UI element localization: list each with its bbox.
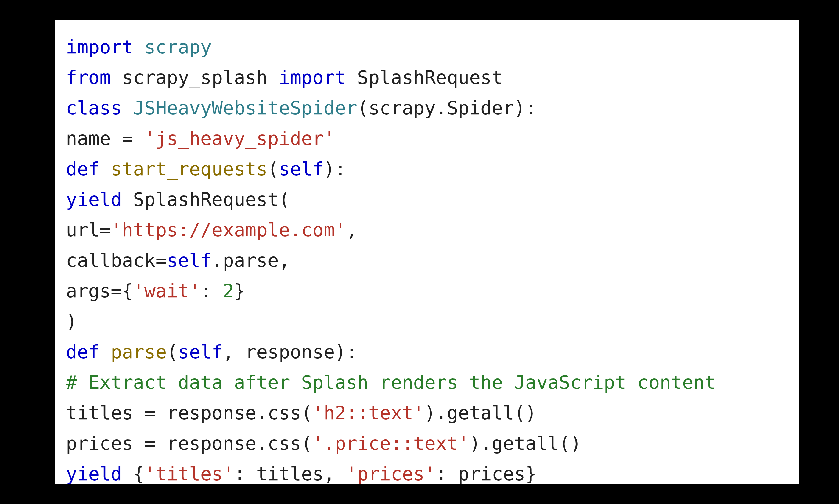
code-token-self: self	[167, 249, 212, 271]
code-line: name = 'js_heavy_spider'	[66, 127, 335, 149]
code-token-id: titles	[66, 402, 144, 424]
code-token-punct: .	[436, 97, 447, 119]
code-line: prices = response.css('.price::text').ge…	[66, 432, 581, 454]
code-token-punct: ):	[514, 97, 536, 119]
code-line: from scrapy_splash import SplashRequest	[66, 67, 503, 88]
code-token-fn: start_requests	[111, 158, 267, 180]
code-token-str: 'js_heavy_spider'	[144, 127, 335, 149]
code-line: def start_requests(self):	[66, 158, 346, 180]
code-line: args={'wait': 2}	[66, 280, 245, 302]
code-token-id: Spider	[447, 97, 514, 119]
code-line: callback=self.parse,	[66, 249, 290, 271]
code-line: url='https://example.com',	[66, 219, 357, 240]
code-block: import scrapy from scrapy_splash import …	[55, 19, 799, 485]
code-text: import scrapy from scrapy_splash import …	[66, 32, 788, 489]
code-line: import scrapy	[66, 36, 211, 58]
code-token-str: 'titles'	[144, 463, 234, 485]
code-line: )	[66, 310, 77, 332]
code-token-id: SplashRequest	[122, 188, 279, 210]
code-token-id	[100, 158, 111, 180]
code-token-punct: =	[122, 127, 144, 149]
code-token-str: '.price::text'	[312, 432, 469, 454]
code-token-kw: import	[279, 67, 346, 88]
code-token-id: url	[66, 219, 100, 240]
code-token-id: css	[267, 432, 301, 454]
code-token-punct: =	[100, 219, 111, 240]
code-token-punct: =	[156, 249, 167, 271]
code-token-id: getall	[447, 402, 514, 424]
code-line: yield SplashRequest(	[66, 188, 290, 210]
code-token-id: response	[245, 341, 335, 362]
code-token-id: titles	[256, 463, 324, 485]
code-token-punct: (	[267, 158, 279, 180]
code-token-id: args	[66, 280, 111, 302]
code-line: titles = response.css('h2::text').getall…	[66, 402, 537, 424]
code-token-id: callback	[66, 249, 156, 271]
code-token-punct: ,	[346, 219, 357, 240]
code-token-id	[100, 341, 111, 362]
code-token-str: 'https://example.com'	[111, 219, 346, 240]
code-token-punct: }	[525, 463, 537, 485]
code-token-fn: parse	[111, 341, 167, 362]
code-token-punct: }	[234, 280, 245, 302]
code-token-punct: )	[66, 310, 77, 332]
code-token-kw: def	[66, 158, 100, 180]
code-token-id: prices	[458, 463, 525, 485]
code-token-punct: ,	[279, 249, 290, 271]
code-token-kw: class	[66, 97, 122, 119]
code-token-punct: :	[436, 463, 458, 485]
code-token-kw: import	[66, 36, 133, 58]
code-token-str: 'wait'	[133, 280, 200, 302]
code-token-punct: (	[167, 341, 178, 362]
code-token-id: scrapy_splash	[111, 67, 279, 88]
code-token-kw: from	[66, 67, 111, 88]
code-token-cls: JSHeavyWebsiteSpider	[133, 97, 357, 119]
code-token-punct: ):	[335, 341, 357, 362]
code-token-punct: (	[301, 402, 312, 424]
code-token-id: prices	[66, 432, 144, 454]
code-token-punct: =	[144, 432, 167, 454]
code-token-self: self	[178, 341, 223, 362]
code-token-id: response	[167, 432, 257, 454]
code-token-punct: ).	[469, 432, 491, 454]
code-token-punct: (	[301, 432, 312, 454]
code-token-id	[122, 97, 133, 119]
code-token-id: getall	[492, 432, 559, 454]
code-token-id: name	[66, 127, 122, 149]
code-token-id: SplashRequest	[346, 67, 503, 88]
code-token-id	[122, 463, 133, 485]
code-token-id: scrapy	[369, 97, 436, 119]
code-line: yield {'titles': titles, 'prices': price…	[66, 463, 537, 485]
code-token-mod: scrapy	[144, 36, 211, 58]
code-token-id	[133, 36, 144, 58]
code-token-punct: {	[133, 463, 144, 485]
code-token-kw: yield	[66, 463, 122, 485]
code-token-self: self	[279, 158, 324, 180]
code-token-punct: (	[279, 188, 290, 210]
code-token-punct: ()	[514, 402, 536, 424]
code-token-id: response	[167, 402, 257, 424]
code-line: class JSHeavyWebsiteSpider(scrapy.Spider…	[66, 97, 537, 119]
code-token-punct: ).	[424, 402, 447, 424]
code-token-punct: =	[144, 402, 167, 424]
code-token-punct: ()	[559, 432, 581, 454]
code-line: # Extract data after Splash renders the …	[66, 371, 716, 393]
code-token-str: 'h2::text'	[312, 402, 424, 424]
code-token-cmt: # Extract data after Splash renders the …	[66, 371, 716, 393]
code-token-kw: def	[66, 341, 100, 362]
code-token-str: 'prices'	[346, 463, 436, 485]
code-token-punct: .	[211, 249, 223, 271]
code-token-punct: ={	[111, 280, 133, 302]
code-token-kw: yield	[66, 188, 122, 210]
code-token-punct: :	[234, 463, 256, 485]
code-token-id: parse	[223, 249, 279, 271]
code-token-punct: .	[256, 402, 267, 424]
code-token-punct: (	[357, 97, 369, 119]
code-line: def parse(self, response):	[66, 341, 357, 362]
code-token-num: 2	[223, 280, 234, 302]
code-token-punct: ,	[223, 341, 245, 362]
code-token-punct: ,	[324, 463, 346, 485]
code-token-punct: .	[256, 432, 267, 454]
code-token-id: css	[267, 402, 301, 424]
code-token-punct: ):	[324, 158, 346, 180]
